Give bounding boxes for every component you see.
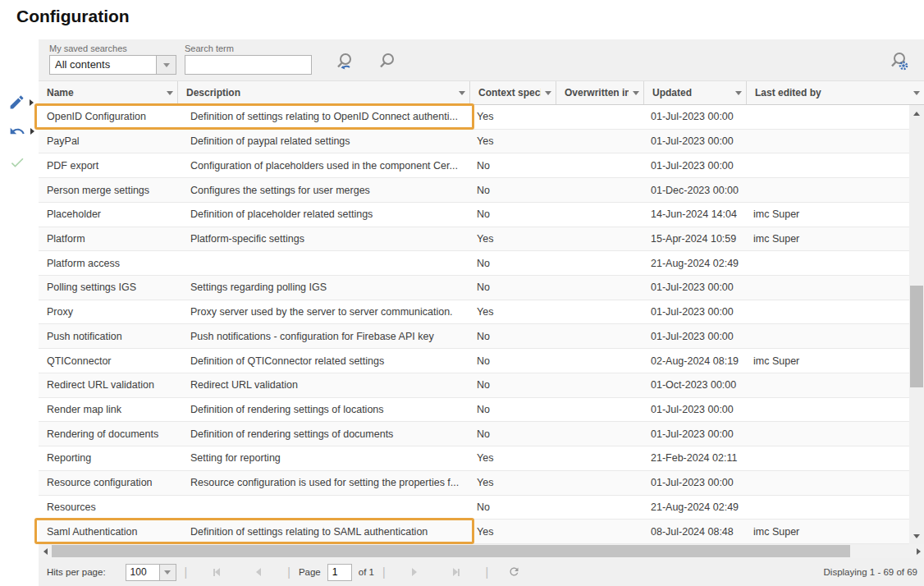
scroll-up-icon[interactable] (909, 107, 924, 120)
table-row[interactable]: OpenID Configuration Definition of setti… (39, 105, 909, 130)
pager-bar: Hits per page: 100 | | Page of 1 | | (39, 558, 924, 586)
chevron-down-icon (164, 570, 171, 575)
hits-per-page-label: Hits per page: (47, 567, 106, 577)
undo-button[interactable] (8, 123, 34, 140)
cell-name: Platform access (39, 251, 178, 275)
cell-context-specific: No (470, 324, 556, 348)
cell-context-specific: Yes (470, 227, 556, 251)
table-row[interactable]: Platform Platform-specific settings Yes … (39, 227, 909, 252)
cell-last-edited-by: imc Super (747, 227, 909, 251)
table-row[interactable]: Resource configuration Resource configur… (39, 471, 909, 496)
last-page-button[interactable] (453, 568, 460, 576)
table-row[interactable]: Polling settings IGS Settings regarding … (39, 276, 909, 300)
cell-last-edited-by: imc Super (747, 203, 909, 227)
cell-context-specific: No (470, 398, 556, 422)
table-row[interactable]: Rendering of documents Definition of ren… (39, 422, 909, 446)
next-page-button[interactable] (412, 568, 417, 576)
cell-name: Person merge settings (39, 178, 178, 202)
saved-searches-dropdown-button[interactable] (156, 56, 176, 74)
column-menu-icon[interactable] (731, 91, 746, 95)
cell-last-edited-by (747, 130, 909, 153)
separator: | (486, 565, 489, 579)
page-label: Page (299, 567, 321, 577)
cell-updated: 01-Jul-2023 00:00 (644, 422, 747, 446)
vertical-scrollbar[interactable] (909, 105, 924, 544)
table-row[interactable]: Proxy Proxy server used by the server to… (39, 300, 909, 325)
column-label: Description (178, 87, 455, 98)
approve-button[interactable] (8, 154, 26, 171)
first-page-button[interactable] (213, 568, 220, 576)
reset-search-button[interactable] (332, 50, 357, 78)
page-number-input[interactable] (327, 564, 352, 581)
cell-description: Definition of settings relating to OpenI… (178, 105, 470, 129)
table-row[interactable]: Render map link Definition of rendering … (39, 398, 909, 423)
search-settings-icon (887, 63, 912, 77)
table-row[interactable]: Placeholder Definition of placeholder re… (39, 203, 909, 227)
table-row[interactable]: PDF export Configuration of placeholders… (39, 153, 909, 178)
saved-searches-dropdown[interactable]: All contents (49, 55, 176, 75)
column-menu-icon[interactable] (455, 91, 469, 95)
page-size-dropdown[interactable]: 100 (126, 564, 176, 581)
column-header-overwritten-in[interactable]: Overwritten in (556, 81, 644, 104)
column-menu-icon[interactable] (541, 91, 556, 95)
cell-overwritten-in (556, 300, 644, 324)
edit-menu-caret-icon[interactable] (30, 99, 34, 106)
refresh-icon (508, 565, 520, 579)
table-row[interactable]: Resources No 21-Aug-2024 02:49 (39, 496, 909, 520)
table-row[interactable]: Push notification Push notifications - c… (39, 324, 909, 349)
previous-page-button[interactable] (256, 568, 261, 576)
column-header-name[interactable]: Name (39, 81, 178, 104)
edit-button[interactable] (8, 94, 34, 111)
cell-name: OpenID Configuration (39, 105, 178, 129)
column-header-context-specific[interactable]: Context specific (470, 81, 556, 104)
table-row[interactable]: QTIConnector Definition of QTIConnector … (39, 349, 909, 373)
table-rows: OpenID Configuration Definition of setti… (39, 105, 909, 544)
search-settings-button[interactable] (887, 50, 912, 78)
table-row[interactable]: PayPal Definition of paypal related sett… (39, 130, 909, 154)
undo-menu-caret-icon[interactable] (30, 128, 34, 135)
scroll-left-icon[interactable] (39, 544, 52, 558)
cell-name: Reporting (39, 446, 178, 470)
cell-updated: 02-Aug-2024 08:19 (644, 349, 747, 373)
scroll-down-icon[interactable] (909, 529, 924, 543)
cell-overwritten-in (556, 276, 644, 300)
table-row[interactable]: Person merge settings Configures the set… (39, 178, 909, 203)
cell-description: Configures the settings for user merges (178, 178, 470, 202)
table-row[interactable]: Saml Authentication Definition of settin… (39, 520, 909, 544)
cell-context-specific: Yes (470, 130, 556, 153)
column-header-description[interactable]: Description (178, 81, 470, 104)
search-term-input[interactable] (185, 55, 312, 75)
cell-context-specific: No (470, 373, 556, 397)
cell-last-edited-by (747, 276, 909, 300)
cell-name: PayPal (39, 130, 178, 153)
horizontal-scrollbar[interactable] (39, 544, 924, 558)
search-button[interactable] (375, 50, 400, 78)
cell-last-edited-by (747, 496, 909, 520)
column-menu-icon[interactable] (629, 91, 643, 95)
column-menu-icon[interactable] (162, 91, 177, 95)
horizontal-scrollbar-thumb[interactable] (52, 545, 850, 557)
table-row[interactable]: Reporting Setting for reporting Yes 21-F… (39, 446, 909, 471)
cell-description: Definition of settings relating to SAML … (178, 520, 470, 543)
cell-name: Push notification (39, 324, 178, 348)
cell-description: Definition of rendering settings of docu… (178, 422, 470, 446)
cell-overwritten-in (556, 471, 644, 495)
cell-description: Definition of placeholder related settin… (178, 203, 470, 227)
column-menu-icon[interactable] (909, 91, 924, 95)
cell-last-edited-by (747, 398, 909, 422)
table-row[interactable]: Redirect URL validation Redirect URL val… (39, 373, 909, 398)
page-size-dropdown-button[interactable] (159, 565, 176, 580)
cell-overwritten-in (556, 153, 644, 177)
scroll-right-icon[interactable] (912, 544, 924, 558)
column-header-updated[interactable]: Updated (644, 81, 747, 104)
table-row[interactable]: Platform access No 21-Aug-2024 02:49 (39, 251, 909, 276)
cell-last-edited-by (747, 471, 909, 495)
search-term-group: Search term (185, 43, 312, 75)
refresh-button[interactable] (508, 565, 520, 579)
saved-searches-group: My saved searches All contents (49, 43, 176, 75)
cell-name: Platform (39, 227, 178, 251)
cell-description (178, 251, 470, 275)
column-header-last-edited-by[interactable]: Last edited by (747, 81, 924, 104)
vertical-scrollbar-thumb[interactable] (910, 286, 923, 387)
cell-overwritten-in (556, 373, 644, 397)
